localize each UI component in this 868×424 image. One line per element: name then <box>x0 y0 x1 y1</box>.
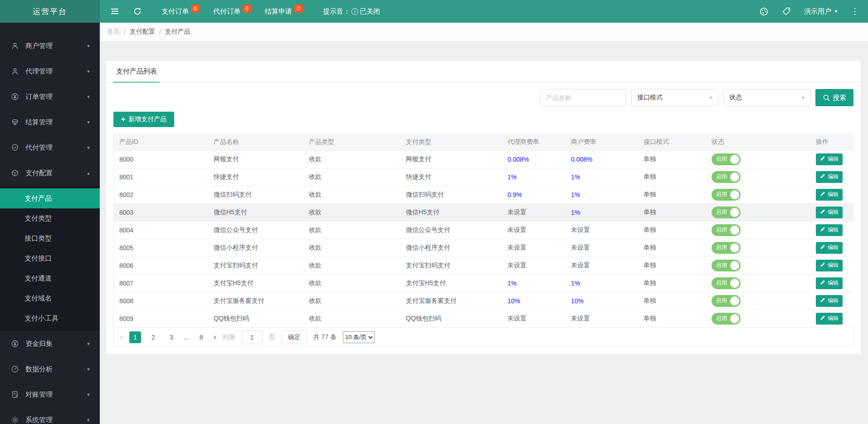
cell-agent-rate[interactable]: 1% <box>502 274 566 292</box>
breadcrumb-item-支付配置[interactable]: 支付配置 <box>130 28 155 36</box>
user-menu[interactable]: 演示用户 ▼ <box>804 7 838 16</box>
refresh-icon[interactable] <box>132 6 142 16</box>
cell-agent-rate: 未设置 <box>502 256 566 274</box>
status-toggle[interactable]: 启用 <box>712 153 741 165</box>
toggle-on-label: 启用 <box>716 297 727 305</box>
edit-button[interactable]: 编辑 <box>816 153 843 165</box>
submenu-item-支付域名[interactable]: 支付域名 <box>0 288 100 308</box>
per-page-select[interactable]: 10 条/页 <box>343 331 375 343</box>
sidebar-item-label: 订单管理 <box>25 93 53 101</box>
page-number-8[interactable]: 8 <box>195 331 207 343</box>
page-number-2[interactable]: 2 <box>147 331 159 343</box>
status-toggle[interactable]: 启用 <box>712 313 741 325</box>
sidebar-item-代理管理[interactable]: 代理管理▼ <box>0 59 100 84</box>
edit-button[interactable]: 编辑 <box>816 171 843 183</box>
nav-label: 代付订单 <box>213 7 240 16</box>
edit-button[interactable]: 编辑 <box>816 189 843 201</box>
cell-actions: 编辑 <box>810 274 854 292</box>
page-number-1[interactable]: 1 <box>129 331 141 343</box>
topbar-nav-支付订单[interactable]: 支付订单0 <box>161 7 200 16</box>
toggle-on-label: 启用 <box>716 226 727 234</box>
more-options-icon[interactable]: ⋮ <box>851 7 859 15</box>
edit-button[interactable]: 编辑 <box>816 207 843 218</box>
product-name-input[interactable] <box>540 89 626 106</box>
topbar-nav-结算申请[interactable]: 结算申请0 <box>265 7 303 16</box>
cell-merchant-rate[interactable]: 10% <box>566 292 638 310</box>
edit-button[interactable]: 编辑 <box>816 313 843 325</box>
status-toggle[interactable]: 启用 <box>712 295 741 307</box>
cell-agent-rate[interactable]: 0.9% <box>502 186 566 203</box>
edit-button[interactable]: 编辑 <box>816 277 843 289</box>
prev-page-icon[interactable]: ‹ <box>120 332 123 342</box>
cell-merchant-rate[interactable]: 1% <box>566 186 638 203</box>
toggle-on-label: 启用 <box>716 208 727 216</box>
sidebar-item-支付配置[interactable]: 支付配置▲ <box>0 160 100 186</box>
cell-agent-rate[interactable]: 0.008% <box>502 150 566 168</box>
edit-button[interactable]: 编辑 <box>816 242 843 254</box>
chevron-down-icon: ▼ <box>86 418 91 423</box>
pencil-icon <box>820 244 825 251</box>
page-number-3[interactable]: 3 <box>166 331 177 343</box>
sound-status[interactable]: 提示音： i 已关闭 <box>323 7 380 16</box>
tag-icon[interactable] <box>781 6 791 16</box>
cell-interface-mode: 单独 <box>638 186 706 203</box>
submenu-item-支付产品[interactable]: 支付产品 <box>0 188 100 208</box>
status-toggle[interactable]: 启用 <box>712 260 741 271</box>
status-toggle[interactable]: 启用 <box>712 171 741 183</box>
edit-button[interactable]: 编辑 <box>816 295 843 307</box>
table-row: 8006支付宝扫码支付收款支付宝扫码支付未设置未设置单独启用编辑 <box>114 256 854 274</box>
goto-page-input[interactable] <box>242 330 263 344</box>
chevron-down-icon: ▼ <box>86 69 91 74</box>
breadcrumb-item-首页[interactable]: 首页 <box>107 28 120 36</box>
cell-agent-rate[interactable]: 1% <box>502 168 566 186</box>
submenu-item-支付小工具[interactable]: 支付小工具 <box>0 308 100 328</box>
add-payment-product-button[interactable]: + 新增支付产品 <box>113 112 174 127</box>
column-header-产品类型: 产品类型 <box>303 134 400 150</box>
sidebar-item-商户管理[interactable]: 商户管理▼ <box>0 33 100 59</box>
goto-confirm-button[interactable]: 确定 <box>282 330 307 344</box>
breadcrumb-separator: / <box>159 28 161 35</box>
cell-merchant-rate[interactable]: 0.008% <box>566 150 638 168</box>
toggle-on-label: 启用 <box>716 244 727 251</box>
sidebar-item-对账管理[interactable]: 对账管理▼ <box>0 382 100 407</box>
interface-mode-select[interactable]: 接口模式 ▼ <box>631 89 718 106</box>
next-page-icon[interactable]: › <box>214 332 216 342</box>
sidebar-item-代付管理[interactable]: 代付管理▼ <box>0 135 100 160</box>
cell-product-type: 收款 <box>303 256 400 274</box>
status-toggle[interactable]: 启用 <box>712 242 741 254</box>
toggle-knob <box>730 190 739 199</box>
chevron-down-icon: ▼ <box>86 392 91 397</box>
cell-actions: 编辑 <box>810 310 854 327</box>
status-select[interactable]: 状态 ▼ <box>723 89 810 106</box>
toggle-knob <box>730 314 739 323</box>
status-toggle[interactable]: 启用 <box>712 224 741 236</box>
cell-merchant-rate[interactable]: 1% <box>566 274 638 292</box>
search-button[interactable]: 搜索 <box>815 89 853 106</box>
sidebar-item-系统管理[interactable]: 系统管理▼ <box>0 407 100 424</box>
edit-button[interactable]: 编辑 <box>816 224 843 236</box>
cell-merchant-rate[interactable]: 1% <box>566 203 638 221</box>
cell-actions: 编辑 <box>810 186 854 203</box>
cell-merchant-rate[interactable]: 1% <box>566 168 638 186</box>
cell-status: 启用 <box>706 239 810 256</box>
status-toggle[interactable]: 启用 <box>712 277 741 289</box>
column-header-产品ID: 产品ID <box>114 134 208 150</box>
submenu-item-支付通道[interactable]: 支付通道 <box>0 268 100 288</box>
topbar-nav-代付订单[interactable]: 代付订单0 <box>213 7 251 16</box>
sidebar-item-资金归集[interactable]: 资金归集▼ <box>0 331 100 356</box>
edit-label: 编辑 <box>828 297 839 305</box>
sidebar-item-结算管理[interactable]: 结算管理▼ <box>0 109 100 135</box>
status-toggle[interactable]: 启用 <box>712 189 741 201</box>
edit-button[interactable]: 编辑 <box>816 260 843 271</box>
submenu-item-支付类型[interactable]: 支付类型 <box>0 208 100 228</box>
theme-palette-icon[interactable] <box>759 6 769 16</box>
tab-payment-product-list[interactable]: 支付产品列表 <box>113 67 160 83</box>
cell-agent-rate[interactable]: 10% <box>502 292 566 310</box>
collapse-sidebar-icon[interactable] <box>110 6 120 16</box>
submenu-item-接口类型[interactable]: 接口类型 <box>0 228 100 248</box>
page-numbers: 123...8 <box>129 331 207 343</box>
submenu-item-支付接口[interactable]: 支付接口 <box>0 248 100 268</box>
sidebar-item-订单管理[interactable]: 订单管理▼ <box>0 84 100 109</box>
status-toggle[interactable]: 启用 <box>712 207 741 218</box>
sidebar-item-数据分析[interactable]: 数据分析▼ <box>0 356 100 382</box>
